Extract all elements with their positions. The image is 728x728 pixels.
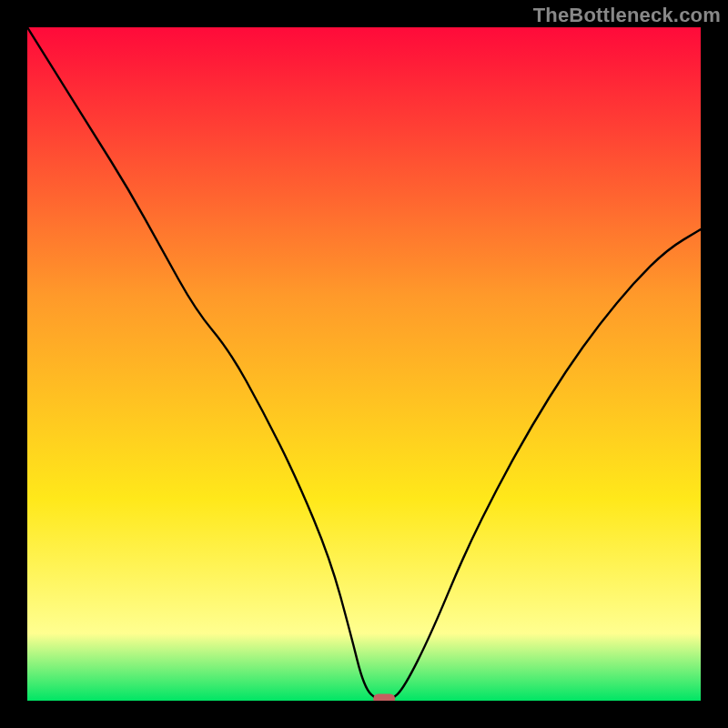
- plot-area: [27, 27, 701, 701]
- chart-background: [27, 27, 701, 701]
- watermark-text: TheBottleneck.com: [533, 4, 721, 27]
- chart-svg: [27, 27, 701, 701]
- optimum-marker: [373, 694, 395, 702]
- chart-frame: TheBottleneck.com: [0, 0, 728, 728]
